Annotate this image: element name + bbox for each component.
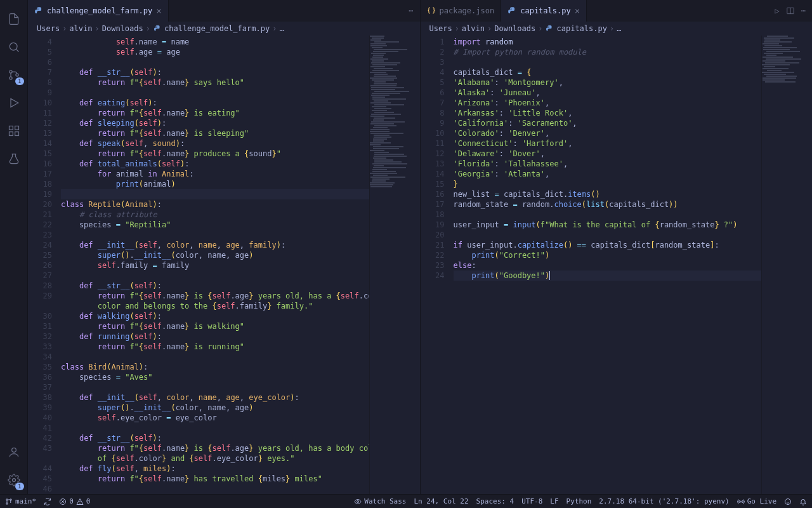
code-line[interactable]: } bbox=[454, 179, 762, 189]
accounts-icon[interactable] bbox=[0, 438, 28, 466]
code-line[interactable]: 'Arizona': 'Phoenix', bbox=[454, 98, 762, 108]
breadcrumb-item[interactable]: Users bbox=[37, 24, 60, 33]
code-line[interactable] bbox=[61, 88, 369, 98]
status-problems[interactable]: 0 0 bbox=[59, 497, 90, 505]
code-line[interactable] bbox=[454, 230, 762, 240]
code-line[interactable]: def sleeping(self): bbox=[61, 118, 369, 128]
breadcrumb-left[interactable]: Users›alvin›Downloads›challenge_model_fa… bbox=[28, 22, 420, 36]
status-sync[interactable] bbox=[44, 498, 51, 505]
breadcrumb-item[interactable]: alvin bbox=[69, 24, 92, 33]
status-encoding[interactable]: UTF-8 bbox=[521, 497, 542, 505]
code-line[interactable]: return f"{self.name} has travelled {mile… bbox=[61, 474, 369, 484]
extensions-icon[interactable] bbox=[0, 117, 28, 145]
code-line[interactable] bbox=[454, 57, 762, 67]
minimap-left[interactable] bbox=[369, 36, 420, 494]
tab-capitals-py[interactable]: capitals.py× bbox=[501, 0, 587, 22]
code-line[interactable]: 'California': 'Sacramento', bbox=[454, 118, 762, 128]
code-line[interactable]: species = "Reptilia" bbox=[61, 220, 369, 230]
code-line[interactable]: return f"{self.name} is running" bbox=[61, 342, 369, 352]
status-go-live[interactable]: Go Live bbox=[737, 497, 776, 505]
breadcrumb-item[interactable]: Downloads bbox=[102, 24, 143, 33]
code-line[interactable]: return f"{self.name} is eating" bbox=[61, 108, 369, 118]
status-bell-icon[interactable] bbox=[799, 498, 807, 505]
code-line[interactable]: self.name = name bbox=[61, 37, 369, 47]
status-feedback-icon[interactable] bbox=[784, 498, 792, 505]
code-right[interactable]: import random# Import python random modu… bbox=[454, 36, 762, 494]
breadcrumb-right[interactable]: Users›alvin›Downloads›capitals.py›… bbox=[421, 22, 813, 36]
code-line[interactable]: def eating(self): bbox=[61, 98, 369, 108]
code-line[interactable]: 'Alabama': 'Montgomery', bbox=[454, 77, 762, 88]
close-icon[interactable]: × bbox=[575, 6, 580, 16]
code-line[interactable]: self.eye_color = eye_color bbox=[61, 413, 369, 423]
status-spaces[interactable]: Spaces: 4 bbox=[476, 497, 514, 505]
code-line[interactable] bbox=[454, 210, 762, 220]
run-debug-icon[interactable] bbox=[0, 89, 28, 117]
status-eol[interactable]: LF bbox=[550, 497, 558, 505]
code-line[interactable]: def walking(self): bbox=[61, 311, 369, 321]
code-line[interactable]: 'Florida': 'Tallahassee', bbox=[454, 159, 762, 169]
code-line[interactable]: def __str__(self): bbox=[61, 433, 369, 443]
code-line[interactable]: def speak(self, sound): bbox=[61, 138, 369, 149]
more-actions-icon[interactable]: ⋯ bbox=[801, 6, 806, 15]
explorer-icon[interactable] bbox=[0, 5, 28, 33]
status-cursor-pos[interactable]: Ln 24, Col 22 bbox=[414, 497, 469, 505]
code-line[interactable]: import random bbox=[454, 37, 762, 47]
breadcrumb-item[interactable]: alvin bbox=[462, 24, 485, 33]
code-line[interactable] bbox=[61, 57, 369, 67]
code-line[interactable]: def __str__(self): bbox=[61, 281, 369, 291]
code-line[interactable]: 'Connecticut': 'Hartford', bbox=[454, 138, 762, 149]
code-line[interactable]: return f"{self.name} is walking" bbox=[61, 321, 369, 331]
code-line[interactable]: random_state = random.choice(list(capita… bbox=[454, 199, 762, 210]
more-actions-icon[interactable]: ⋯ bbox=[409, 6, 413, 15]
code-line[interactable]: print("Correct!") bbox=[454, 250, 762, 260]
code-line[interactable]: color and belongs to the {self.family} f… bbox=[61, 301, 369, 311]
search-icon[interactable] bbox=[0, 33, 28, 61]
breadcrumb-item[interactable]: … bbox=[617, 24, 621, 33]
code-line[interactable]: new_list = capitals_dict.items() bbox=[454, 189, 762, 199]
code-line[interactable]: # class attribute bbox=[61, 210, 369, 220]
code-line[interactable] bbox=[61, 423, 369, 433]
source-control-icon[interactable]: 1 bbox=[0, 61, 28, 89]
code-line[interactable]: def __init__(self, color, name, age, eye… bbox=[61, 392, 369, 403]
testing-icon[interactable] bbox=[0, 145, 28, 173]
code-line[interactable] bbox=[61, 352, 369, 362]
code-line[interactable]: return f"{self.name} says hello" bbox=[61, 77, 369, 88]
breadcrumb-item[interactable]: … bbox=[279, 24, 284, 33]
run-icon[interactable]: ▷ bbox=[775, 6, 780, 15]
code-line[interactable]: if user_input.capitalize() == capitals_d… bbox=[454, 240, 762, 250]
minimap-right[interactable] bbox=[761, 36, 812, 494]
code-line[interactable]: return f"{self.name} is {self.age} years… bbox=[61, 443, 369, 453]
code-line[interactable]: def total_animals(self): bbox=[61, 159, 369, 169]
code-line[interactable]: 'Delaware': 'Dover', bbox=[454, 149, 762, 159]
code-line[interactable]: super().__init__(color, name, age) bbox=[61, 250, 369, 260]
code-line[interactable]: print("Goodbye!") bbox=[454, 271, 762, 281]
code-line[interactable]: class Reptile(Animal): bbox=[61, 199, 369, 210]
status-language[interactable]: Python bbox=[566, 497, 592, 505]
code-line[interactable] bbox=[61, 189, 369, 199]
code-line[interactable]: def __str__(self): bbox=[61, 67, 369, 77]
code-line[interactable]: self.age = age bbox=[61, 47, 369, 57]
breadcrumb-item[interactable]: Downloads bbox=[494, 24, 535, 33]
status-branch[interactable]: main* bbox=[5, 497, 36, 505]
code-line[interactable]: return f"{self.name} is {self.age} years… bbox=[61, 291, 369, 301]
code-line[interactable] bbox=[61, 484, 369, 494]
code-line[interactable]: 'Alaska': 'Juneau', bbox=[454, 88, 762, 98]
code-line[interactable]: def running(self): bbox=[61, 331, 369, 342]
tab-package-json[interactable]: package.json bbox=[421, 0, 502, 22]
code-line[interactable]: for animal in Animal: bbox=[61, 169, 369, 179]
code-line[interactable]: 'Arkansas': 'Little Rock', bbox=[454, 108, 762, 118]
settings-gear-icon[interactable]: 1 bbox=[0, 466, 28, 494]
status-watch-sass[interactable]: Watch Sass bbox=[354, 497, 406, 505]
breadcrumb-item[interactable]: Users bbox=[429, 24, 452, 33]
code-line[interactable]: def fly(self, miles): bbox=[61, 464, 369, 474]
code-line[interactable]: return f"{self.name} produces a {sound}" bbox=[61, 149, 369, 159]
code-line[interactable]: species = "Aves" bbox=[61, 372, 369, 382]
code-line[interactable]: def __init__(self, color, name, age, fam… bbox=[61, 240, 369, 250]
code-left[interactable]: self.name = name self.age = age def __st… bbox=[61, 36, 369, 494]
code-line[interactable] bbox=[61, 271, 369, 281]
code-line[interactable]: return f"{self.name} is sleeping" bbox=[61, 128, 369, 138]
code-line[interactable]: class Bird(Animal): bbox=[61, 362, 369, 372]
code-line[interactable]: # Import python random module bbox=[454, 47, 762, 57]
close-icon[interactable]: × bbox=[156, 6, 161, 16]
code-line[interactable]: print(animal) bbox=[61, 179, 369, 189]
